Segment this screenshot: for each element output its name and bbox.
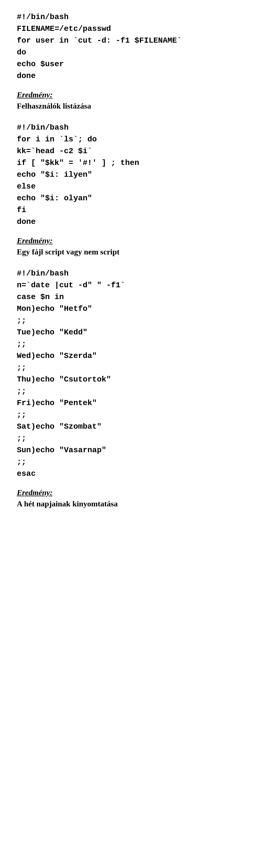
result-label-3: Eredmény: bbox=[17, 488, 252, 497]
page-content: #!/bin/bash FILENAME=/etc/passwd for use… bbox=[17, 11, 252, 508]
section-2: #!/bin/bash for i in `ls`; do kk=`head -… bbox=[17, 122, 252, 256]
result-text-3: A hét napjainak kinyomtatása bbox=[17, 499, 252, 508]
result-label-2: Eredmény: bbox=[17, 236, 252, 245]
result-label-1: Eredmény: bbox=[17, 90, 252, 99]
code-block-3: #!/bin/bash n=`date |cut -d" " -f1` case… bbox=[17, 268, 252, 480]
result-text-2: Egy fájl script vagy nem script bbox=[17, 247, 252, 256]
code-block-1: #!/bin/bash FILENAME=/etc/passwd for use… bbox=[17, 11, 252, 82]
section-3: #!/bin/bash n=`date |cut -d" " -f1` case… bbox=[17, 268, 252, 508]
code-block-2: #!/bin/bash for i in `ls`; do kk=`head -… bbox=[17, 122, 252, 228]
section-1: #!/bin/bash FILENAME=/etc/passwd for use… bbox=[17, 11, 252, 111]
result-text-1: Felhasználók listázása bbox=[17, 101, 252, 111]
